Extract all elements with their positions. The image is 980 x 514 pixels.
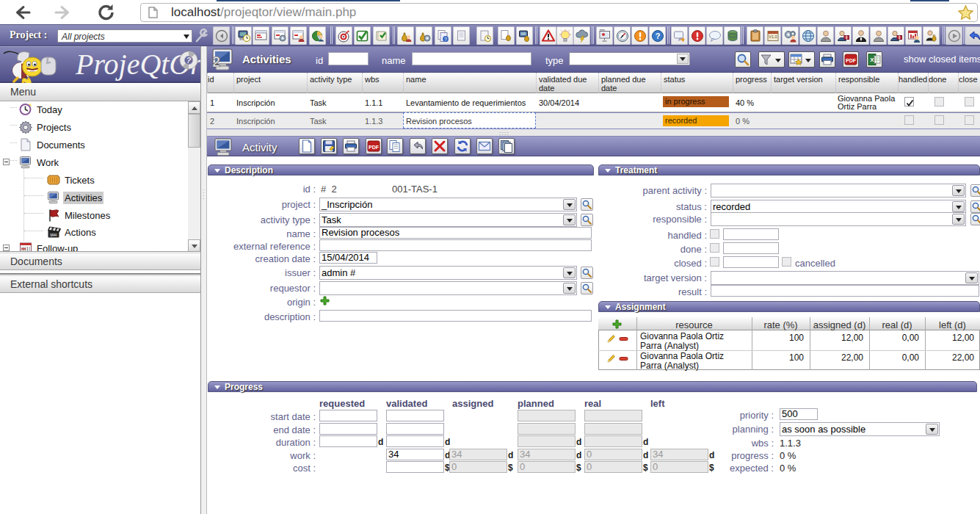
svg-text:V1.0: V1.0 [769, 35, 777, 39]
svg-text:2: 2 [212, 54, 220, 70]
svg-text:?: ? [656, 32, 661, 40]
svg-text:?: ? [444, 37, 447, 42]
svg-text:X: X [870, 57, 874, 63]
svg-text:?: ? [186, 56, 192, 65]
svg-text:PDF: PDF [369, 145, 380, 150]
svg-text:M44: M44 [51, 234, 57, 237]
svg-text:PDF: PDF [846, 58, 857, 63]
